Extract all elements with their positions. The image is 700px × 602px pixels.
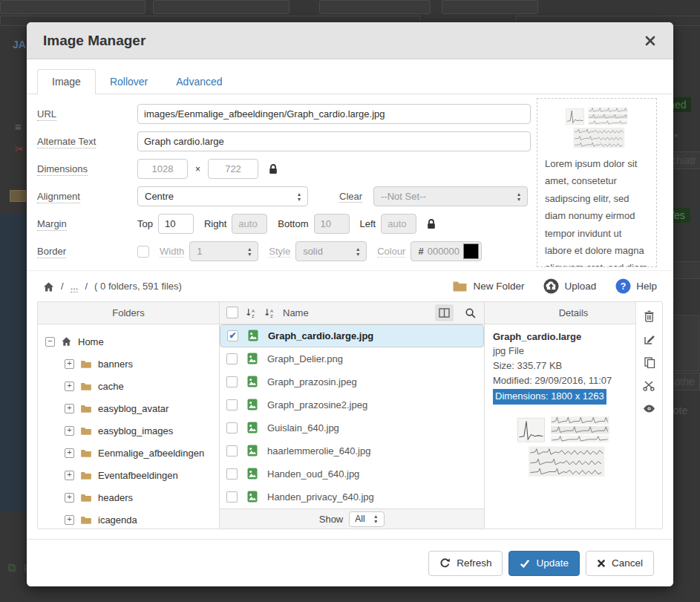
expand-icon[interactable] [65,359,74,369]
copy-button[interactable] [643,356,656,369]
folder-file-count: ( 0 folders, 591 files) [94,281,182,292]
margin-left-input[interactable] [381,214,416,234]
file-checkbox[interactable] [226,353,238,364]
file-row[interactable]: Graph_prazosine2.jpeg [220,393,484,416]
dialog-footer: Refresh Update Cancel [27,539,673,586]
file-checkbox[interactable] [226,445,238,457]
expand-icon[interactable] [65,404,74,413]
expand-icon[interactable] [65,471,74,480]
file-row[interactable]: Graph_prazosin.jpeg [220,370,484,393]
lock-margin-icon[interactable] [425,218,437,230]
tree-item-home[interactable]: Home [45,330,219,353]
tree-item-folder[interactable]: icagenda [45,508,219,529]
expand-icon[interactable] [65,448,74,458]
sort-desc-icon[interactable]: AZ [264,307,275,318]
detail-file-size: Size: 335.77 KB [493,359,634,373]
cut-button[interactable] [643,379,656,392]
file-row[interactable]: Guislain_640.jpg [220,416,484,439]
border-colour-field[interactable]: # 000000 [410,241,482,261]
width-input[interactable] [137,159,188,179]
file-row[interactable]: Graph_cardio.large.jpg [220,324,484,347]
rename-button[interactable] [643,333,656,346]
tree-item-folder[interactable]: Eenmalige_afbeeldingen [45,442,219,464]
background-editor-canvas [0,214,27,512]
collapse-icon[interactable] [45,337,55,347]
margin-label: Margin [37,218,137,229]
tab-advanced[interactable]: Advanced [162,70,236,94]
url-input[interactable] [137,104,531,124]
folder-icon [80,515,92,525]
breadcrumb-separator: / [85,281,88,292]
expand-icon[interactable] [65,382,74,391]
expand-icon[interactable] [65,426,74,436]
file-row[interactable]: haarlemmerolie_640.jpg [220,439,484,462]
margin-right-input[interactable] [232,214,267,234]
select-all-checkbox[interactable] [226,307,238,318]
tree-item-folder[interactable]: easyblog_avatar [45,397,219,419]
columns-icon [439,308,450,318]
show-limit-select[interactable]: All [349,511,385,527]
select-caret-icon [511,192,527,202]
update-button[interactable]: Update [508,551,580,576]
detail-file-dimensions: Dimensions: 1800 x 1263 [493,389,606,404]
refresh-icon [439,557,451,569]
clear-select[interactable]: --Not Set-- [373,186,528,206]
clear-label: Clear [339,191,362,203]
tree-item-folder[interactable]: banners [45,353,219,375]
new-folder-button[interactable]: New Folder [452,280,524,292]
tree-item-folder[interactable]: easyblog_images [45,419,219,442]
svg-text:Z: Z [270,313,273,318]
cancel-button[interactable]: Cancel [586,551,654,576]
delete-button[interactable] [643,310,656,323]
help-button[interactable]: ? Help [615,278,657,294]
file-checkbox[interactable] [226,491,238,503]
tree-item-folder[interactable]: Eventafbeeldingen [45,464,219,486]
search-button[interactable] [461,304,480,321]
show-limit-bar: Show All [220,508,484,529]
alt-text-label: Alternate Text [37,136,137,147]
image-file-icon [246,422,258,433]
expand-icon[interactable] [65,515,74,525]
file-row[interactable]: Handen_oud_640.jpg [220,462,484,485]
alignment-select[interactable]: Centre [137,186,308,206]
margin-top-input[interactable] [158,214,194,234]
tree-item-folder[interactable]: cache [45,375,219,397]
tab-rollover[interactable]: Rollover [96,70,162,94]
home-icon[interactable] [43,280,54,292]
breadcrumb-parent-link[interactable]: ... [71,281,79,292]
close-icon[interactable] [641,31,660,50]
border-checkbox[interactable] [137,246,149,258]
alt-text-input[interactable] [137,131,531,151]
file-checkbox[interactable] [226,422,238,433]
breadcrumb-separator: / [61,281,64,292]
file-row[interactable]: Graph_Delier.png [220,347,484,370]
search-icon [465,307,476,318]
folder-icon [80,382,92,391]
margin-bottom-input[interactable] [314,214,350,234]
lock-proportions-icon[interactable] [267,163,279,175]
height-input[interactable] [208,159,258,179]
file-checkbox[interactable] [227,330,238,341]
tab-image[interactable]: Image [37,69,96,94]
column-view-toggle[interactable] [435,304,454,321]
border-width-select[interactable]: 1 [189,241,258,261]
expand-icon[interactable] [65,493,74,503]
border-style-select[interactable]: solid [295,241,367,261]
file-checkbox[interactable] [226,468,238,480]
image-file-icon [246,445,258,457]
file-row[interactable]: Handen_privacy_640.jpg [220,485,484,508]
border-style-label: Style [269,246,290,258]
sort-asc-icon[interactable]: AZ [246,307,257,318]
image-file-icon [246,468,258,480]
folder-tree: Home banners cache easyblog_avatar [38,324,219,529]
upload-button[interactable]: Upload [543,278,596,294]
tree-item-folder[interactable]: headers [45,486,219,508]
copy-icon [644,356,655,368]
colour-swatch[interactable] [463,243,479,259]
tab-bar: Image Rollover Advanced [27,59,673,94]
refresh-button[interactable]: Refresh [428,551,503,576]
file-checkbox[interactable] [226,376,238,387]
file-checkbox[interactable] [226,399,238,410]
background-button [319,0,431,14]
preview-button[interactable] [643,402,656,415]
